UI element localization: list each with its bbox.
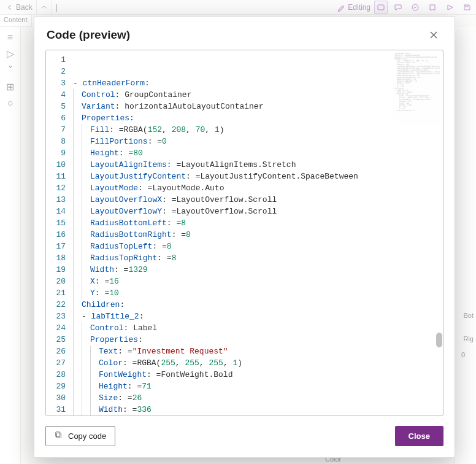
code-line: Children: bbox=[73, 299, 440, 311]
code-line: LayoutOverflowX: =LayoutOverflow.Scroll bbox=[73, 194, 440, 206]
close-button[interactable]: Close bbox=[395, 426, 443, 446]
code-line: Properties: bbox=[73, 334, 440, 346]
scrollbar-thumb[interactable] bbox=[436, 333, 442, 347]
line-gutter: 1234567891011121314151617181920212223242… bbox=[46, 50, 71, 416]
code-editor[interactable]: 1234567891011121314151617181920212223242… bbox=[45, 50, 443, 416]
modal-header: Code (preview) bbox=[34, 17, 455, 50]
code-line: - ctnHeaderForm: bbox=[73, 77, 440, 89]
code-line: Y: =10 bbox=[73, 287, 440, 299]
code-line: FontWeight: =FontWeight.Bold bbox=[73, 369, 440, 381]
code-line: RadiusTopRight: =8 bbox=[73, 252, 440, 264]
code-line: Size: =26 bbox=[73, 392, 440, 404]
code-line: LayoutMode: =LayoutMode.Auto bbox=[73, 182, 440, 194]
svg-rect-3 bbox=[57, 433, 61, 438]
code-line: Height: =71 bbox=[73, 381, 440, 392]
modal-title: Code (preview) bbox=[47, 28, 130, 42]
copy-label: Copy code bbox=[68, 431, 106, 441]
modal-footer: Copy code Close bbox=[34, 416, 455, 457]
code-line: RadiusTopLeft: =8 bbox=[73, 241, 440, 252]
code-line: Width: =336 bbox=[73, 404, 440, 416]
code-line: Variant: horizontalAutoLayoutContainer bbox=[73, 101, 440, 112]
code-line: Width: =1329 bbox=[73, 264, 440, 276]
code-line: Text: ="Investment Request" bbox=[73, 346, 440, 357]
code-line: Control: GroupContainer bbox=[73, 89, 440, 101]
copy-code-button[interactable]: Copy code bbox=[45, 426, 115, 446]
close-icon[interactable] bbox=[425, 26, 442, 44]
code-line: LayoutAlignItems: =LayoutAlignItems.Stre… bbox=[73, 159, 440, 171]
code-line: RadiusBottomRight: =8 bbox=[73, 229, 440, 241]
code-line: FillPortions: =0 bbox=[73, 136, 440, 147]
code-line: - labTitle_2: bbox=[73, 311, 440, 322]
svg-rect-4 bbox=[56, 432, 60, 437]
code-line: RadiusBottomLeft: =8 bbox=[73, 217, 440, 229]
copy-icon bbox=[55, 431, 63, 441]
code-line: LayoutJustifyContent: =LayoutJustifyCont… bbox=[73, 171, 440, 182]
code-line: Control: Label bbox=[73, 322, 440, 334]
code-line: X: =16 bbox=[73, 276, 440, 287]
code-line: Fill: =RGBA(152, 208, 70, 1) bbox=[73, 124, 440, 136]
code-line: Color: =RGBA(255, 255, 255, 1) bbox=[73, 357, 440, 369]
code-content[interactable]: - ctnHeaderForm:Control: GroupContainerV… bbox=[71, 50, 443, 416]
code-line: Properties: bbox=[73, 112, 440, 124]
code-line: LayoutOverflowY: =LayoutOverflow.Scroll bbox=[73, 206, 440, 217]
code-line: Height: =80 bbox=[73, 147, 440, 159]
code-preview-modal: Code (preview) 1234567891011121314151617… bbox=[34, 16, 455, 458]
